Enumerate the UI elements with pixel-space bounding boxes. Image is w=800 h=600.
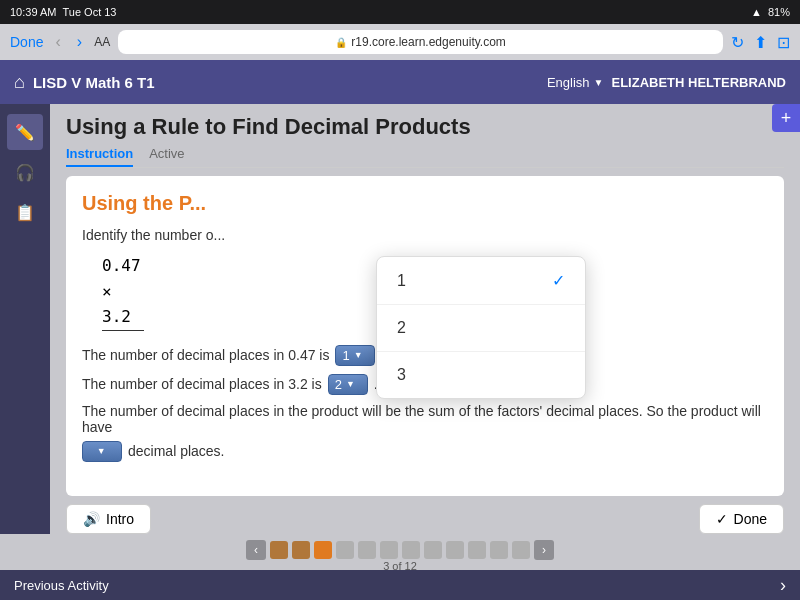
lesson-heading: Using the P... [82, 192, 768, 215]
intro-button[interactable]: 🔊 Intro [66, 504, 151, 534]
sentence-3: The number of decimal places in the prod… [82, 403, 768, 462]
dropdown-3-arrow: ▼ [97, 446, 106, 456]
browser-forward-button[interactable]: › [73, 33, 86, 51]
dropdown-option-1[interactable]: 1 ✓ [377, 257, 585, 305]
check-done-icon: ✓ [716, 511, 728, 527]
date: Tue Oct 13 [62, 6, 116, 18]
dropdown-1-arrow: ▼ [354, 350, 363, 360]
dropdown-2-arrow: ▼ [346, 379, 355, 389]
user-name: ELIZABETH HELTERBRAND [611, 75, 786, 90]
tab-bar: Instruction Active [66, 146, 784, 168]
speaker-icon: 🔊 [83, 511, 100, 527]
browser-bar: Done ‹ › AA 🔒 r19.core.learn.edgenuity.c… [0, 24, 800, 60]
tab-instruction[interactable]: Instruction [66, 146, 133, 167]
lesson-box: Using the P... Identify the number o... … [66, 176, 784, 496]
check-icon: ✓ [552, 271, 565, 290]
page-dot-2[interactable] [292, 541, 310, 559]
sentence-3-text: The number of decimal places in the prod… [82, 403, 768, 435]
sentence-3-end: decimal places. [128, 443, 225, 459]
header-right: English ▼ ELIZABETH HELTERBRAND [547, 75, 786, 90]
status-left: 10:39 AM Tue Oct 13 [10, 6, 117, 18]
tab-active[interactable]: Active [149, 146, 184, 167]
done-button[interactable]: ✓ Done [699, 504, 784, 534]
dropdown-1-value: 1 [342, 348, 349, 363]
dropdown-3-button[interactable]: ▼ [82, 441, 122, 462]
instruction-text: Identify the number o... [82, 227, 768, 243]
share-button[interactable]: ⬆ [754, 33, 767, 52]
page-dot-4[interactable] [336, 541, 354, 559]
app-header: ⌂ LISD V Math 6 T1 English ▼ ELIZABETH H… [0, 60, 800, 104]
page-title: Using a Rule to Find Decimal Products [66, 114, 784, 140]
prev-activity-bar: Previous Activity › [0, 570, 800, 600]
lock-icon: 🔒 [335, 37, 347, 48]
sidebar-pencil-icon[interactable]: ✏️ [7, 114, 43, 150]
browser-back-button[interactable]: ‹ [51, 33, 64, 51]
option-1-label: 1 [397, 272, 406, 290]
language-label: English [547, 75, 590, 90]
page-next-button[interactable]: › [534, 540, 554, 560]
page-count: 3 of 12 [383, 560, 417, 572]
wifi-icon: ▲ [751, 6, 762, 18]
dropdown-2-button[interactable]: 2 ▼ [328, 374, 368, 395]
header-left: ⌂ LISD V Math 6 T1 [14, 72, 155, 93]
sentence-2-text: The number of decimal places in 3.2 is [82, 376, 322, 392]
browser-aa-button[interactable]: AA [94, 35, 110, 49]
plus-button[interactable]: + [772, 104, 800, 132]
left-sidebar: ✏️ 🎧 📋 [0, 104, 50, 534]
page-dot-6[interactable] [380, 541, 398, 559]
dropdown-3-value [89, 444, 93, 459]
reload-button[interactable]: ↻ [731, 33, 744, 52]
status-right: ▲ 81% [751, 6, 790, 18]
language-dropdown-arrow: ▼ [594, 77, 604, 88]
prev-activity-next-button[interactable]: › [780, 575, 786, 596]
battery: 81% [768, 6, 790, 18]
page-dot-7[interactable] [402, 541, 420, 559]
intro-label: Intro [106, 511, 134, 527]
url-bar[interactable]: 🔒 r19.core.learn.edgenuity.com [118, 30, 723, 54]
dropdown-menu[interactable]: 1 ✓ 2 3 [376, 256, 586, 399]
page-dot-8[interactable] [424, 541, 442, 559]
page-dot-10[interactable] [468, 541, 486, 559]
browser-done-button[interactable]: Done [10, 34, 43, 50]
sidebar-clipboard-icon[interactable]: 📋 [7, 194, 43, 230]
home-icon[interactable]: ⌂ [14, 72, 25, 93]
page-dot-11[interactable] [490, 541, 508, 559]
prev-activity-button[interactable]: Previous Activity [14, 578, 109, 593]
page-prev-button[interactable]: ‹ [246, 540, 266, 560]
time: 10:39 AM [10, 6, 56, 18]
dropdown-option-2[interactable]: 2 [377, 305, 585, 352]
language-selector[interactable]: English ▼ [547, 75, 604, 90]
page-dot-3[interactable] [314, 541, 332, 559]
sentence-1-text: The number of decimal places in 0.47 is [82, 347, 329, 363]
page-dot-9[interactable] [446, 541, 464, 559]
page-dot-12[interactable] [512, 541, 530, 559]
done-label: Done [734, 511, 767, 527]
dropdown-2-value: 2 [335, 377, 342, 392]
browser-actions: ↻ ⬆ ⊡ [731, 33, 790, 52]
dropdown-1-button[interactable]: 1 ▼ [335, 345, 375, 366]
course-title: LISD V Math 6 T1 [33, 74, 155, 91]
status-bar: 10:39 AM Tue Oct 13 ▲ 81% [0, 0, 800, 24]
pagination: ‹ › 3 of 12 [0, 534, 800, 570]
sidebar-headphone-icon[interactable]: 🎧 [7, 154, 43, 190]
bookmark-button[interactable]: ⊡ [777, 33, 790, 52]
dropdown-option-3[interactable]: 3 [377, 352, 585, 398]
option-3-label: 3 [397, 366, 406, 384]
page-dot-5[interactable] [358, 541, 376, 559]
page-dot-1[interactable] [270, 541, 288, 559]
page-content: Using a Rule to Find Decimal Products In… [50, 104, 800, 534]
url-text: r19.core.learn.edgenuity.com [351, 35, 506, 49]
option-2-label: 2 [397, 319, 406, 337]
